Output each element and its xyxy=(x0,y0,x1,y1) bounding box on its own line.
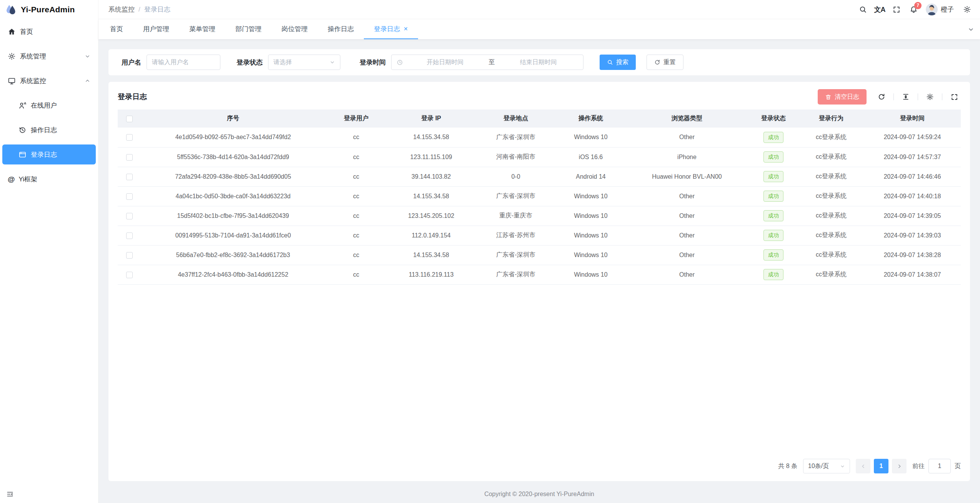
col-header-browser: 浏览器类型 xyxy=(625,110,748,128)
at-icon: @ xyxy=(8,176,15,183)
breadcrumb-separator: / xyxy=(138,6,140,13)
logo-drop-icon xyxy=(5,3,18,16)
page-number-1[interactable]: 1 xyxy=(874,459,888,473)
tab-user-management[interactable]: 用户管理 xyxy=(133,19,179,39)
col-header-status: 登录状态 xyxy=(748,110,798,128)
sidebar-item-home[interactable]: 首页 xyxy=(2,22,96,42)
row-checkbox[interactable] xyxy=(126,154,133,161)
main-area: 系统监控 / 登录日志 文A 7 橙子 首页 xyxy=(98,0,980,503)
trash-icon xyxy=(825,94,832,100)
navbar-actions: 文A 7 橙子 xyxy=(854,0,975,19)
goto-page-group: 前往 页 xyxy=(912,459,961,473)
toolbar-divider xyxy=(942,93,942,100)
toolbar-divider xyxy=(918,93,918,100)
card-header: 登录日志 清空日志 xyxy=(118,87,961,106)
col-header-user: 登录用户 xyxy=(325,110,387,128)
pager: 1 xyxy=(856,459,907,473)
page-size-select[interactable]: 10条/页 xyxy=(803,459,850,473)
search-icon[interactable] xyxy=(854,0,871,19)
table-row: 72afa294-8209-438e-8bb5-3a14dd690d05 cc … xyxy=(118,167,961,186)
sidebar-item-operation-log[interactable]: 操作日志 xyxy=(2,120,96,140)
sidebar-item-login-log[interactable]: 登录日志 xyxy=(2,144,96,164)
refresh-icon xyxy=(654,59,660,65)
table-empty-space xyxy=(118,285,961,459)
username-input-box xyxy=(147,55,220,70)
row-checkbox[interactable] xyxy=(126,213,133,219)
translate-icon[interactable]: 文A xyxy=(871,0,888,19)
row-checkbox[interactable] xyxy=(126,174,133,180)
login-time-range-picker[interactable]: 开始日期时间 至 结束日期时间 xyxy=(391,55,583,70)
sidebar-item-system-monitor[interactable]: 系统监控 xyxy=(2,71,96,91)
window-icon xyxy=(18,151,27,159)
row-checkbox[interactable] xyxy=(126,232,133,239)
avatar[interactable] xyxy=(926,3,938,15)
fullscreen-icon[interactable] xyxy=(888,0,905,19)
start-date-input[interactable]: 开始日期时间 xyxy=(405,58,485,66)
col-header-os: 操作系统 xyxy=(556,110,625,128)
tab-close-icon[interactable]: ✕ xyxy=(403,26,408,32)
clear-log-button[interactable]: 清空日志 xyxy=(818,89,867,105)
refresh-icon[interactable] xyxy=(875,90,888,103)
username-label: 用户名 xyxy=(122,58,141,67)
card-toolbar: 清空日志 xyxy=(818,89,961,105)
next-page-button[interactable] xyxy=(892,459,907,473)
sidebar-collapse-button[interactable] xyxy=(0,485,98,503)
login-status-label: 登录状态 xyxy=(237,58,263,67)
sidebar-item-yi-framework[interactable]: @ Yi框架 xyxy=(2,169,96,189)
user-name[interactable]: 橙子 xyxy=(941,5,954,14)
tabs-dropdown-chevron-icon[interactable] xyxy=(962,19,980,39)
date-range-separator: 至 xyxy=(487,58,497,66)
toolbar-divider xyxy=(893,93,894,100)
chevron-up-icon xyxy=(85,78,90,84)
app-logo[interactable]: Yi-PureAdmin xyxy=(0,0,98,19)
table-row: 4a04c1bc-0d50-3bde-ca0f-3a14dd63223d cc … xyxy=(118,186,961,206)
reset-button[interactable]: 重置 xyxy=(647,55,683,70)
end-date-input[interactable]: 结束日期时间 xyxy=(499,58,578,66)
table-fullscreen-icon[interactable] xyxy=(948,90,961,103)
breadcrumb-item-monitor[interactable]: 系统监控 xyxy=(108,5,135,14)
row-checkbox[interactable] xyxy=(126,193,133,200)
row-checkbox[interactable] xyxy=(126,252,133,259)
tab-menu-management[interactable]: 菜单管理 xyxy=(179,19,225,39)
tabs-bar: 首页 用户管理 菜单管理 部门管理 岗位管理 操作日志 登录日志 ✕ xyxy=(98,19,980,39)
page-suffix: 页 xyxy=(955,462,961,470)
login-status-select[interactable]: 请选择 xyxy=(268,55,340,70)
goto-page-input[interactable] xyxy=(928,459,951,473)
table-header-row: 序号 登录用户 登录 IP 登录地点 操作系统 浏览器类型 登录状态 登录行为 … xyxy=(118,110,961,128)
tab-login-log[interactable]: 登录日志 ✕ xyxy=(364,19,418,39)
column-settings-gear-icon[interactable] xyxy=(923,90,937,103)
login-log-card: 登录日志 清空日志 xyxy=(108,82,970,481)
search-button[interactable]: 搜索 xyxy=(600,55,636,70)
gear-icon xyxy=(8,52,16,60)
copyright-footer: Copyright © 2020-present Yi-PureAdmin xyxy=(108,488,970,503)
table-row: 5ff5536c-738b-4d14-620a-3a14dd72fdd9 cc … xyxy=(118,147,961,167)
sidebar-item-online-users[interactable]: 在线用户 xyxy=(2,95,96,115)
tab-operation-log[interactable]: 操作日志 xyxy=(318,19,364,39)
status-badge: 成功 xyxy=(763,210,783,221)
sidebar: Yi-PureAdmin 首页 系统管理 系统监控 xyxy=(0,0,98,503)
density-icon[interactable] xyxy=(899,90,912,103)
table-row: 4e1d0549-b092-657b-aec7-3a14dd749fd2 cc … xyxy=(118,128,961,147)
notification-badge: 7 xyxy=(914,2,922,9)
status-badge: 成功 xyxy=(763,191,783,202)
tab-home[interactable]: 首页 xyxy=(100,19,133,39)
search-form-card: 用户名 登录状态 请选择 登录时间 开始日期时间 至 结束日期时间 xyxy=(108,49,970,75)
page-content: 用户名 登录状态 请选择 登录时间 开始日期时间 至 结束日期时间 xyxy=(98,39,980,503)
row-checkbox[interactable] xyxy=(126,134,133,141)
pagination: 共 8 条 10条/页 1 前往 xyxy=(118,459,961,473)
select-all-checkbox[interactable] xyxy=(126,116,133,122)
sidebar-item-system-management[interactable]: 系统管理 xyxy=(2,46,96,66)
username-input[interactable] xyxy=(152,59,215,66)
clock-icon xyxy=(397,59,403,66)
login-log-table: 序号 登录用户 登录 IP 登录地点 操作系统 浏览器类型 登录状态 登录行为 … xyxy=(118,110,961,285)
tab-post-management[interactable]: 岗位管理 xyxy=(272,19,318,39)
chevron-down-icon xyxy=(330,60,335,65)
tab-dept-management[interactable]: 部门管理 xyxy=(225,19,272,39)
table-row: 4e37ff12-2fc4-b463-0fbb-3a14dd612252 cc … xyxy=(118,265,961,284)
row-checkbox[interactable] xyxy=(126,272,133,278)
status-badge: 成功 xyxy=(763,249,783,261)
prev-page-button[interactable] xyxy=(856,459,870,473)
settings-gear-icon[interactable] xyxy=(958,0,975,19)
status-badge: 成功 xyxy=(763,132,783,143)
notification-bell-icon[interactable]: 7 xyxy=(905,0,922,19)
